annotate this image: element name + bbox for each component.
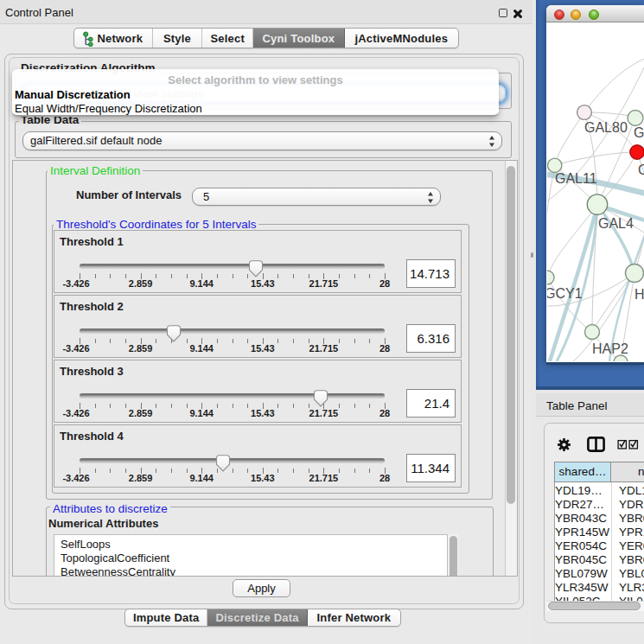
svg-text:GCY1: GCY1 xyxy=(547,286,583,301)
svg-text:GAL: GAL xyxy=(634,125,644,140)
svg-text:HAP2: HAP2 xyxy=(592,341,628,356)
svg-text:H: H xyxy=(634,287,644,302)
svg-text:GAL4: GAL4 xyxy=(598,216,634,231)
svg-text:GAL11: GAL11 xyxy=(555,171,597,186)
svg-text:CY: CY xyxy=(638,163,644,177)
svg-text:GAL80: GAL80 xyxy=(584,120,628,135)
